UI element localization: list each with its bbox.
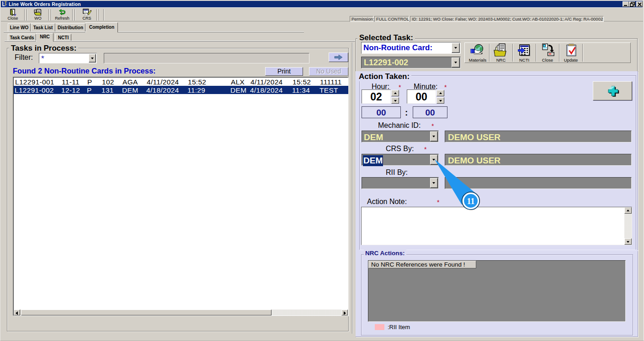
svg-text:11: 11 [467, 197, 474, 206]
